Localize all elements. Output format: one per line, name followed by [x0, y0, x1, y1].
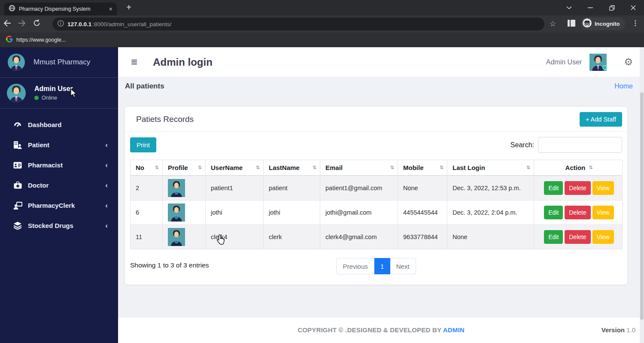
sort-icon: ⇅ — [589, 165, 592, 170]
profile-photo — [168, 203, 185, 222]
window-minimize-icon[interactable] — [580, 0, 601, 15]
url-bar[interactable]: 127.0.0.1:8000/admin_user/all_patients/ — [52, 18, 544, 30]
dashboard-icon — [13, 121, 22, 129]
cell-no: 2 — [131, 176, 163, 200]
card-title: Patiets Records — [136, 115, 194, 124]
patients-card: Patiets Records + Add Staff Print Search… — [125, 107, 627, 285]
window-restore-icon[interactable] — [601, 0, 623, 15]
delete-button[interactable]: Delete — [565, 206, 590, 219]
column-header-action[interactable]: Action⇅ — [534, 160, 623, 176]
header-user-name: Admin User — [546, 58, 582, 66]
chevron-left-icon: ‹ — [105, 181, 108, 190]
column-header-username[interactable]: UserName⇅ — [206, 160, 264, 176]
reload-icon[interactable] — [29, 19, 44, 29]
add-staff-button[interactable]: + Add Staff — [580, 112, 622, 127]
cell-lastname: clerk — [264, 225, 320, 249]
cell-email: jothi@gmail.com — [320, 200, 398, 225]
browser-titlebar: Pharmacy Dispensing System × + — [0, 0, 644, 15]
window-chevron-icon[interactable] — [558, 0, 580, 15]
print-button[interactable]: Print — [130, 137, 156, 152]
forward-icon[interactable] — [15, 20, 29, 29]
chevron-left-icon: ‹ — [105, 161, 108, 170]
cell-mobile: None — [398, 176, 447, 200]
window-close-icon[interactable] — [623, 0, 644, 15]
breadcrumb-title: All patients — [125, 82, 164, 91]
sidebar-item-patient[interactable]: Patient ‹ — [0, 135, 118, 155]
new-tab-button[interactable]: + — [123, 2, 135, 14]
browser-tab[interactable]: Pharmacy Dispensing System × — [4, 3, 117, 15]
browser-menu-icon[interactable]: ⋮ — [632, 19, 639, 27]
search-input[interactable] — [538, 137, 622, 153]
sidebar-item-pharmacyclerk[interactable]: PharmacyClerk ‹ — [0, 195, 118, 216]
page-info-icon[interactable] — [58, 20, 64, 28]
edit-button[interactable]: Edit — [544, 206, 563, 219]
pagination-page-1[interactable]: 1 — [374, 258, 390, 274]
sidebar-item-label: Stocked Drugs — [28, 222, 73, 229]
incognito-label: Incognito — [595, 21, 620, 27]
sidebar-item-stocked-drugs[interactable]: Stocked Drugs ‹ — [0, 216, 118, 236]
url-host: 127.0.0.1 — [67, 21, 91, 27]
scrollbar-thumb[interactable] — [640, 92, 644, 320]
sidebar-item-pharmacist[interactable]: Pharmacist ‹ — [0, 155, 118, 175]
url-path: :8000/admin_user/all_patients/ — [92, 21, 171, 27]
footer: COPYRIGHT © .DESIGNED & DEVELOPED BY ADM… — [118, 317, 644, 343]
edit-button[interactable]: Edit — [544, 230, 563, 244]
cell-profile — [163, 200, 206, 225]
brand-name: Mmust Pharmacy — [33, 58, 90, 67]
sidebar-item-dashboard[interactable]: Dashboard — [0, 115, 118, 135]
sidebar-menu: Dashboard Patient ‹ Pharmacist ‹ Doctor … — [0, 109, 118, 236]
footer-version: Version 1.0 — [601, 326, 635, 334]
chevron-left-icon: ‹ — [105, 222, 108, 230]
tab-close-icon[interactable]: × — [109, 6, 112, 12]
back-icon[interactable] — [0, 20, 15, 29]
breadcrumb-home-link[interactable]: Home — [614, 82, 633, 90]
table-summary: Showing 1 to 3 of 3 entries — [130, 261, 209, 269]
column-header-lastlogin[interactable]: Last Login⇅ — [447, 160, 534, 176]
edit-button[interactable]: Edit — [544, 181, 563, 195]
cell-mobile: 4455445544 — [398, 200, 447, 225]
browser-toolbar: 127.0.0.1:8000/admin_user/all_patients/ … — [0, 15, 644, 33]
header-online-dot — [602, 65, 607, 70]
column-header-no[interactable]: No⇅ — [131, 160, 163, 176]
cell-username: patient1 — [206, 176, 264, 200]
column-header-lastname[interactable]: LastName⇅ — [264, 160, 320, 176]
column-header-email[interactable]: Email⇅ — [320, 160, 398, 176]
page-scrollbar[interactable] — [640, 47, 644, 343]
sidebar-brand[interactable]: Mmust Pharmacy — [0, 47, 118, 78]
pagination-next[interactable]: Next — [390, 258, 416, 274]
bookmarks-bar: https://www.google... — [0, 33, 644, 47]
patients-table: No⇅ Profile⇅ UserName⇅ LastName⇅ Email⇅ … — [130, 160, 622, 249]
delete-button[interactable]: Delete — [565, 230, 590, 244]
profile-photo — [168, 228, 185, 246]
footer-admin-link[interactable]: ADMIN — [443, 326, 465, 334]
sidebar-item-label: Patient — [28, 141, 49, 149]
pagination-previous[interactable]: Previous — [336, 258, 374, 274]
view-button[interactable]: View — [592, 230, 614, 244]
sort-icon: ⇅ — [313, 165, 316, 170]
app-header: ≡ Admin login Admin User ⚙ — [118, 47, 644, 77]
profile-photo — [168, 179, 185, 197]
column-header-mobile[interactable]: Mobile⇅ — [398, 160, 447, 176]
tab-title: Pharmacy Dispensing System — [19, 6, 106, 12]
cell-no: 11 — [131, 225, 163, 249]
column-header-profile[interactable]: Profile⇅ — [163, 160, 206, 176]
sidebar-user: Admin User Online — [0, 78, 118, 109]
cell-actions: Edit Delete View — [534, 200, 623, 225]
cell-lastname: patient — [264, 176, 320, 200]
view-button[interactable]: View — [592, 206, 614, 219]
main-content: ≡ Admin login Admin User ⚙ All patients … — [118, 47, 644, 343]
cell-lastlogin: None — [447, 225, 534, 249]
side-panel-icon[interactable] — [568, 20, 575, 28]
bookmark-item[interactable]: https://www.google... — [16, 37, 66, 43]
hospital-user-icon — [13, 141, 22, 149]
header-avatar[interactable] — [589, 54, 607, 71]
bookmark-star-icon[interactable]: ☆ — [550, 19, 556, 28]
pagination: Previous 1 Next — [336, 258, 416, 274]
delete-button[interactable]: Delete — [565, 181, 590, 195]
gear-icon[interactable]: ⚙ — [624, 56, 633, 68]
view-button[interactable]: View — [592, 181, 614, 195]
hamburger-icon[interactable]: ≡ — [131, 55, 137, 69]
sidebar-item-doctor[interactable]: Doctor ‹ — [0, 175, 118, 195]
cell-email: clerk4@gmail.com — [320, 225, 398, 249]
sidebar-user-avatar — [7, 84, 26, 103]
